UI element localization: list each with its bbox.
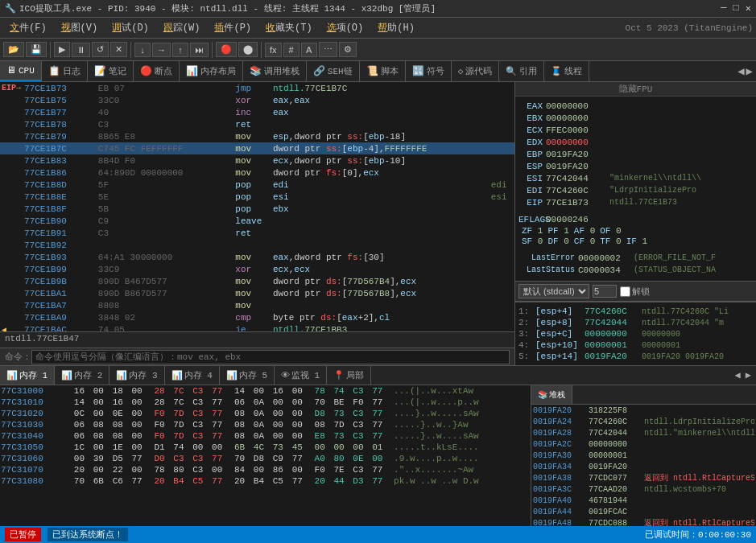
tb-bp-all[interactable]: ⬤ [238,42,258,57]
disasm-row[interactable]: 77CE1B93 64:A1 30000000 mov eax,dword pt… [0,251,514,263]
minimize-button[interactable]: ─ [721,2,726,14]
mem-next[interactable]: ▶ [744,368,753,383]
tab-thread[interactable]: 🧵 线程 [544,61,589,81]
tab-cpu[interactable]: 🖥 CPU [0,61,42,81]
mem-row[interactable]: 77C31060 0039D577D0C3C37770D8C977A0800E0… [0,453,531,464]
disasm-row[interactable]: 77CE1B90 C9 leave [0,215,514,227]
stack-tab[interactable]: 📚 堆栈 [531,385,572,404]
stack-entry[interactable]: 0019FA34 0019FA20 [531,461,756,472]
disasm-area[interactable]: EIP→ 77CE1B73 EB 07 jmp ntdll.77CE1B7C 7… [0,82,514,331]
tb-run[interactable]: ▶ [54,42,70,57]
tb-open[interactable]: 📂 [3,42,24,57]
disasm-row[interactable]: 77CE1B8D 5F pop edi edi [0,179,514,191]
disasm-row[interactable]: 77CE1BA1 890D B867D577 mov dword ptr ds:… [0,287,514,299]
disasm-row[interactable]: 77CE1B9B 890D B467D577 mov dword ptr ds:… [0,275,514,287]
menu-debug[interactable]: 调试(D) [105,19,155,36]
stack-depth-input[interactable] [593,285,617,298]
mem-row[interactable]: 77C31050 1C001E00D17400006B4C73450000000… [0,442,531,453]
stack-entry[interactable]: 0019FA3C 77CAAD20 ntdll.wcstombs+70 [531,483,756,495]
tb-fx[interactable]: fx [265,43,282,57]
disasm-row[interactable]: 77CE1BA9 3848 02 cmp byte ptr ds:[eax+2]… [0,311,514,323]
stack-entry[interactable]: 0019FA28 77C42044 ntdll."minkernel\\ntdl… [531,427,756,438]
disasm-row[interactable]: 77CE1B91 C3 ret [0,227,514,239]
tab-log[interactable]: 📋 日志 [42,61,88,81]
close-button[interactable]: ✕ [746,2,751,14]
stack-entry[interactable]: 0019FA40 46781944 [531,495,756,506]
mem-tab-5[interactable]: 📊 内存 5 [220,366,275,385]
disasm-row[interactable]: 77CE1BA7 8808 mov [0,299,514,311]
tab-prev[interactable]: ◀ [737,64,744,78]
stack-entry[interactable]: 0019FA48 77CDC088 返回到 ntdll.RtlCaptureSt… [531,517,756,526]
menu-help[interactable]: 帮助(H) [371,19,421,36]
tb-settings[interactable]: ⚙ [339,42,357,57]
stack-entry[interactable]: 0019FA44 0019FCAC [531,506,756,517]
menu-options[interactable]: 选项(O) [320,19,370,36]
tb-bp[interactable]: 🔴 [216,42,237,57]
menu-view[interactable]: 视图(V) [55,19,105,36]
tb-step-over[interactable]: → [152,43,171,57]
memory-dump-panel[interactable]: 77C31000 16001800287CC377140016007874C37… [0,385,531,526]
menu-plugins[interactable]: 插件(P) [208,19,258,36]
disasm-row[interactable]: EIP→ 77CE1B73 EB 07 jmp ntdll.77CE1B7C [0,82,514,94]
disasm-row[interactable]: 77CE1B8E 5E pop esi esi [0,191,514,203]
calling-convention-select[interactable]: 默认 (stdcall) [518,284,589,298]
tb-hash[interactable]: # [283,43,300,57]
disasm-row[interactable]: 77CE1B92 [0,239,514,251]
tab-script[interactable]: 📜 脚本 [360,61,406,81]
tab-note[interactable]: 📝 笔记 [88,61,134,81]
disasm-row[interactable]: 77CE1B7C C745 FC FEFFFFFF mov dword ptr … [0,142,514,154]
menu-trace[interactable]: 跟踪(W) [157,19,207,36]
mem-tab-1[interactable]: 📊 内存 1 [0,366,55,385]
stack-entry[interactable]: 0019FA2C 00000000 [531,438,756,450]
mem-row[interactable]: 77C31020 0C000E00F07DC377080A0000D873C37… [0,408,531,419]
tb-restart[interactable]: ↺ [92,42,109,57]
tab-mem[interactable]: 📊 内存布局 [180,61,243,81]
tab-symbol[interactable]: 🔣 符号 [406,61,452,81]
stack-content[interactable]: 0019FA20 318225F8 0019FA24 77C4260C ntdl… [531,405,756,526]
disasm-row[interactable]: ◀ 77CE1BAC 74 05 je ntdll.77CE1BB3 [0,323,514,331]
tb-step-out[interactable]: ↑ [172,43,188,57]
stack-entry[interactable]: 0019FA24 77C4260C ntdll.LdrpInitializePr… [531,416,756,427]
disasm-row[interactable]: 77CE1B86 64:890D 00000000 mov dword ptr … [0,167,514,179]
tb-close[interactable]: ✕ [110,42,127,57]
menu-file[interactable]: 文件(F) [3,19,53,36]
mem-row[interactable]: 77C31000 16001800287CC377140016007874C37… [0,385,531,397]
tb-text[interactable]: A [301,43,317,57]
unlock-checkbox[interactable] [620,286,630,297]
tb-save[interactable]: 💾 [26,42,47,57]
mem-tab-2[interactable]: 📊 内存 2 [55,366,109,385]
mem-tab-3[interactable]: 📊 内存 3 [109,366,164,385]
window-controls[interactable]: ─ □ ✕ [721,2,751,14]
tab-callstack[interactable]: 📚 调用堆栈 [243,61,307,81]
tb-run-to-cursor[interactable]: ⏭ [190,43,209,57]
stack-entry[interactable]: 0019FA30 00000001 [531,450,756,461]
tab-ref[interactable]: 🔍 引用 [499,61,544,81]
tab-seh[interactable]: 🔗 SEH链 [307,61,360,81]
tb-step-into[interactable]: ↓ [134,43,151,57]
mem-prev[interactable]: ◀ [733,368,742,383]
locals-tab[interactable]: 📍 局部 [327,366,371,385]
mem-row[interactable]: 77C31080 706BC67720B4C57720B4C5772044D37… [0,475,531,487]
tab-src[interactable]: ◇ 源代码 [452,61,500,81]
disasm-row[interactable]: 77CE1B99 33C9 xor ecx,ecx [0,263,514,275]
tb-more[interactable]: ⋯ [319,42,337,57]
watch-tab-1[interactable]: 👁 监视 1 [275,366,327,385]
disasm-row[interactable]: 77CE1B77 40 inc eax [0,106,514,118]
disasm-row[interactable]: 77CE1B78 C3 ret [0,118,514,130]
disasm-row[interactable]: 77CE1B8F 5B pop ebx [0,203,514,215]
stack-entry[interactable]: 0019FA20 318225F8 [531,405,756,416]
cmd-input[interactable] [31,350,510,364]
stack-entry[interactable]: 0019FA38 77CDC077 返回到 ntdll.RtlCaptureSt… [531,472,756,483]
menu-favorites[interactable]: 收藏夹(T) [259,19,319,36]
mem-row[interactable]: 77C31030 06080800F07DC377080A0000087DC37… [0,419,531,430]
mem-row[interactable]: 77C31010 14001600287CC377060A000070BEF07… [0,397,531,408]
disasm-row[interactable]: 77CE1B83 8B4D F0 mov ecx,dword ptr ss:[e… [0,154,514,167]
disasm-row[interactable]: 77CE1B75 33C0 xor eax,eax [0,94,514,106]
maximize-button[interactable]: □ [733,2,739,14]
mem-row[interactable]: 77C31040 06080800F07DC377080A0000E873C37… [0,430,531,442]
tb-pause[interactable]: ⏸ [72,43,90,57]
tab-next[interactable]: ▶ [746,64,753,78]
disasm-row[interactable]: 77CE1B79 8B65 E8 mov esp,dword ptr ss:[e… [0,130,514,142]
mem-row[interactable]: 77C31070 200022007880C30084008600F07EC37… [0,464,531,475]
tab-bp[interactable]: 🔴 断点 [134,61,180,81]
